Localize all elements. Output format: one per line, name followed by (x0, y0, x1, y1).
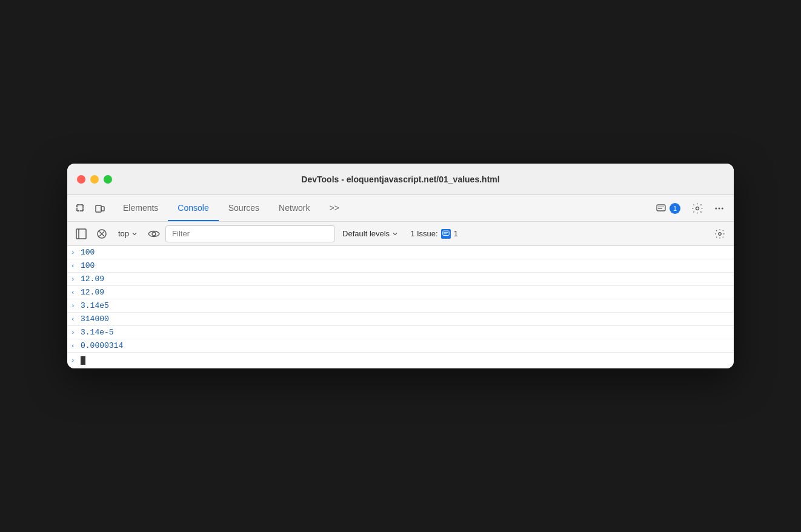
tab-console[interactable]: Console (168, 195, 218, 221)
title-bar: DevTools - eloquentjavascript.net/01_val… (67, 164, 734, 195)
input-arrow: › (71, 249, 81, 256)
svg-point-7 (696, 207, 699, 210)
input-arrow: › (71, 276, 81, 283)
svg-point-9 (719, 207, 720, 209)
output-arrow: ‹ (71, 342, 81, 350)
log-levels-button[interactable]: Default levels (337, 227, 403, 240)
entry-value: 3.14e5 (81, 301, 109, 310)
tab-elements[interactable]: Elements (113, 195, 168, 221)
sidebar-toggle-button[interactable] (72, 225, 90, 243)
console-input-arrow: › (71, 357, 81, 364)
cursor-icon (76, 204, 85, 213)
entry-value: 314000 (81, 314, 109, 324)
svg-point-8 (715, 207, 717, 209)
tab-more[interactable]: >> (319, 195, 348, 221)
svg-point-16 (152, 232, 156, 236)
context-selector[interactable]: top (113, 227, 142, 240)
console-entry: ‹100 (67, 259, 734, 273)
output-arrow: ‹ (71, 262, 81, 270)
svg-rect-17 (442, 231, 449, 236)
tab-sources[interactable]: Sources (219, 195, 269, 221)
minimize-button[interactable] (90, 175, 99, 184)
input-arrow: › (71, 329, 81, 336)
input-arrow: › (71, 302, 81, 310)
svg-point-20 (719, 232, 722, 235)
console-entry: ‹12.09 (67, 286, 734, 299)
close-button[interactable] (77, 175, 85, 184)
tab-badge: 1 (670, 203, 680, 214)
console-input-row[interactable]: › (67, 353, 734, 368)
issues-count: 1 (454, 229, 458, 238)
tab-network[interactable]: Network (269, 195, 319, 221)
levels-label: Default levels (342, 229, 390, 238)
console-settings-button[interactable] (711, 225, 729, 243)
maximize-button[interactable] (104, 175, 112, 184)
tab-bar-left-icons (72, 195, 108, 221)
console-area: ›100‹100›12.09‹12.09›3.14e5‹314000›3.14e… (67, 246, 734, 368)
svg-rect-0 (77, 205, 83, 211)
svg-point-10 (722, 207, 723, 209)
entry-value: 100 (81, 248, 95, 257)
console-entry: ‹314000 (67, 313, 734, 326)
output-arrow: ‹ (71, 289, 81, 296)
entry-value: 12.09 (81, 274, 104, 284)
chevron-down-icon (131, 231, 138, 237)
issues-tab-button[interactable]: 1 (651, 201, 685, 216)
tab-bar: Elements Console Sources Network >> (67, 195, 734, 222)
device-toolbar-icon[interactable] (91, 200, 108, 217)
devtools-window: DevTools - eloquentjavascript.net/01_val… (67, 164, 734, 368)
console-entry: ›3.14e-5 (67, 326, 734, 339)
window-title: DevTools - eloquentjavascript.net/01_val… (301, 175, 499, 184)
entry-value: 0.0000314 (81, 341, 123, 350)
levels-chevron-icon (392, 231, 398, 237)
console-entry: ›100 (67, 246, 734, 259)
console-entry: ‹0.0000314 (67, 339, 734, 353)
svg-rect-11 (76, 229, 86, 239)
issues-badge-icon (441, 229, 451, 239)
console-cursor (81, 356, 85, 365)
live-expressions-button[interactable] (145, 225, 163, 243)
entry-value: 12.09 (81, 288, 104, 297)
entry-value: 100 (81, 261, 95, 270)
issues-prefix: 1 Issue: (410, 229, 438, 238)
tab-bar-tabs: Elements Console Sources Network >> (113, 195, 651, 221)
context-label: top (118, 229, 129, 238)
console-toolbar: top Default levels 1 Issue: (67, 222, 734, 246)
more-options-icon[interactable] (710, 199, 729, 218)
output-arrow: ‹ (71, 316, 81, 323)
filter-input[interactable] (165, 225, 335, 242)
svg-rect-2 (96, 205, 101, 212)
svg-rect-4 (657, 205, 665, 211)
svg-rect-3 (101, 207, 104, 211)
message-square-icon (656, 204, 666, 213)
entry-value: 3.14e-5 (81, 328, 114, 337)
issues-count-button[interactable]: 1 Issue: 1 (405, 227, 463, 241)
tab-bar-right: 1 (651, 195, 729, 221)
traffic-lights (77, 175, 112, 184)
settings-icon[interactable] (688, 199, 707, 218)
clear-console-button[interactable] (93, 225, 111, 243)
console-output[interactable]: ›100‹100›12.09‹12.09›3.14e5‹314000›3.14e… (67, 246, 734, 368)
console-entry: ›12.09 (67, 273, 734, 286)
console-entry: ›3.14e5 (67, 299, 734, 313)
responsive-icon (95, 204, 105, 213)
inspect-element-icon[interactable] (72, 200, 89, 217)
